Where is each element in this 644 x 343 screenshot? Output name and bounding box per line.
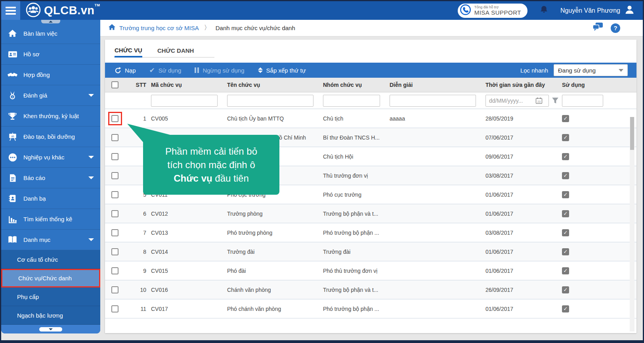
cell-nhom-chuc-vu: Bí thư Đoàn TNCS H... [319, 134, 386, 141]
row-checkbox[interactable] [111, 248, 118, 255]
sidebar-scroll-down-button[interactable] [1, 325, 100, 333]
sidebar-item-danh-ba[interactable]: Danh bạ [1, 188, 100, 209]
sidebar-subitem-co-cau-to-chuc[interactable]: Cơ cấu tổ chức [1, 250, 100, 269]
sidebar-item-bao-cao[interactable]: Báo cáo [1, 168, 100, 188]
sidebar-nav: Bàn làm việcHồ sơHợp đồng1Đánh giáKhen t… [1, 20, 100, 333]
chat-feedback-icon[interactable] [592, 22, 604, 34]
row-checkbox[interactable] [111, 134, 118, 141]
refresh-icon [115, 67, 121, 74]
row-checkbox[interactable] [111, 229, 118, 236]
sidebar-item-label: Hồ sơ [23, 51, 40, 57]
toolbar-button-label: Ngừng sử dụng [203, 67, 244, 74]
table-row[interactable]: 10CV016Chánh văn phòngTrưởng bộ phận và … [105, 280, 636, 299]
hamburger-menu-button[interactable] [1, 1, 20, 20]
sidebar-item-dao-tao-boi-duong[interactable]: abĐào tạo, bồi dưỡng [1, 126, 100, 147]
nap-button[interactable]: Nạp [115, 67, 136, 74]
su-dung-checked-checkbox[interactable]: ✓ [562, 286, 569, 293]
su-dung-checked-checkbox[interactable]: ✓ [562, 210, 569, 217]
cell-thoi-gian: 01/06/2017 [482, 192, 558, 198]
filter-dien-giai-input[interactable] [390, 95, 476, 107]
row-checkbox[interactable] [111, 305, 118, 312]
sidebar-item-nghiep-vu-khac[interactable]: Nghiệp vụ khác [1, 147, 100, 168]
filter-su-dung-input[interactable] [562, 95, 603, 107]
scrollbar-thumb[interactable] [630, 117, 634, 150]
row-checkbox[interactable] [111, 172, 118, 179]
training-board-icon: ab [7, 132, 18, 142]
sidebar-subitem-ngach-bac-luong[interactable]: Ngạch bậc lương [1, 306, 100, 325]
cell-nhom-chuc-vu: Thủ trưởng đơn vị [319, 172, 386, 179]
sidebar-item-label: Hợp đồng [23, 71, 50, 78]
ngung-su-dung-button[interactable]: Ngừng sử dụng [195, 67, 244, 74]
filter-ten-chuc-vu-input[interactable] [227, 95, 313, 107]
sidebar-scroll-up-button[interactable] [41, 20, 60, 23]
table-row[interactable]: 8CV014Trưởng đàiTrưởng đài01/06/2017✓ [105, 242, 636, 261]
su-dung-checked-checkbox[interactable]: ✓ [562, 172, 569, 179]
su-dung-checked-checkbox[interactable]: ✓ [562, 191, 569, 198]
cell-nhom-chuc-vu: Phó trưởng bộ phận ... [319, 306, 386, 312]
su-dung-checked-checkbox[interactable]: ✓ [562, 229, 569, 236]
sidebar-subitem-label: Ngạch bậc lương [17, 312, 63, 319]
filter-ma-chuc-vu-input[interactable] [151, 95, 218, 107]
sidebar-item-label: Danh mục [23, 236, 50, 243]
row-checkbox[interactable] [111, 286, 118, 293]
sap-xep-thu-tu-button[interactable]: Sắp xếp thứ tự [258, 67, 306, 74]
cell-ten-chuc-vu: Trưởng phòng [223, 211, 319, 217]
row-checkbox[interactable] [111, 153, 118, 160]
home-breadcrumb-icon[interactable] [108, 23, 116, 33]
select-all-checkbox[interactable] [111, 81, 118, 88]
su-dung-button[interactable]: ✔Sử dụng [149, 66, 182, 75]
help-icon[interactable]: ? [611, 23, 620, 33]
breadcrumb-root-link[interactable]: Trường trung học cơ sở MISA [119, 25, 199, 31]
cell-nhom-chuc-vu: Phó trưởng bộ phận ... [319, 230, 386, 236]
row-checkbox[interactable] [111, 191, 118, 198]
row-checkbox[interactable] [111, 267, 118, 274]
cell-thoi-gian: 01/06/2017 [482, 211, 558, 217]
svg-text:1: 1 [11, 95, 13, 99]
sidebar-item-label: Nghiệp vụ khác [23, 154, 64, 161]
filter-funnel-icon[interactable] [552, 97, 559, 104]
user-menu[interactable]: Nguyễn Văn Phương [560, 4, 635, 17]
improvement-callout: Phần mềm cải tiến bỏ tích chọn mặc định … [143, 135, 279, 195]
row-checkbox[interactable] [111, 210, 118, 217]
toolbar: Nạp✔Sử dụngNgừng sử dụngSắp xếp thứ tự L… [105, 63, 636, 78]
su-dung-checked-checkbox[interactable]: ✓ [562, 153, 569, 160]
quick-filter-dropdown[interactable]: Đang sử dụng [554, 64, 628, 76]
su-dung-checked-checkbox[interactable]: ✓ [562, 267, 569, 274]
misa-support-button[interactable]: Tổng đài hỗ trợ MISA SUPPORT [458, 4, 527, 18]
sidebar-item-tim-kiem-thong-ke[interactable]: Tìm kiếm thống kê [1, 209, 100, 230]
sidebar-item-khen-thuong-ky-luat[interactable]: Khen thưởng, kỷ luật [1, 106, 100, 126]
sidebar-item-danh-gia[interactable]: 1Đánh giá [1, 85, 100, 106]
cell-stt: 9 [125, 268, 147, 274]
logo-text: QLCB.vnTM [44, 4, 100, 17]
table-row[interactable]: 9CV015Phó đàiPhó thủ trưởng đơn vị01/06/… [105, 261, 636, 280]
sidebar-item-ban-lam-viec[interactable]: Bàn làm việc [1, 23, 100, 44]
su-dung-checked-checkbox[interactable]: ✓ [562, 115, 569, 122]
sidebar-subitem-chuc-vu-chuc-danh[interactable]: Chức vụ/Chức danh [1, 269, 100, 287]
breadcrumb: Trường trung học cơ sở MISA 〉 Danh mục c… [100, 20, 643, 36]
sidebar-item-hop-dong[interactable]: Hợp đồng [1, 65, 100, 85]
table-row[interactable]: 1CV005Chủ tịch Ủy ban MTTQChủ tịchaaaaa2… [105, 109, 636, 128]
sidebar-subitem-phu-cap[interactable]: Phụ cấp [1, 287, 100, 306]
tab-chuc-danh[interactable]: CHỨC DANH [157, 47, 194, 57]
su-dung-checked-checkbox[interactable]: ✓ [562, 248, 569, 255]
sidebar-item-label: Danh bạ [23, 195, 46, 202]
filter-nhom-chuc-vu-input[interactable] [323, 95, 380, 107]
trademark-label: TM [95, 3, 100, 7]
column-header-dien-giai: Diễn giải [386, 82, 482, 88]
notification-bell-icon[interactable] [539, 5, 548, 16]
vertical-scrollbar[interactable] [630, 117, 634, 332]
sidebar-item-danh-muc[interactable]: Danh mục [1, 230, 100, 250]
report-icon [7, 174, 18, 182]
cell-ten-chuc-vu: Trưởng đài [223, 249, 319, 255]
calendar-icon[interactable]: 23 [535, 97, 543, 104]
tab-chuc-vu[interactable]: CHỨC VỤ [115, 47, 142, 57]
table-row[interactable]: 6CV012Trưởng phòngTrưởng bộ phận và t...… [105, 204, 636, 223]
su-dung-checked-checkbox[interactable]: ✓ [562, 305, 569, 312]
sort-icon [258, 67, 263, 73]
row-checkbox[interactable] [111, 115, 118, 122]
sidebar-item-ho-so[interactable]: Hồ sơ [1, 44, 100, 65]
table-row[interactable]: 7CV013Phó trưởng phòngPhó trưởng bộ phận… [105, 223, 636, 242]
su-dung-checked-checkbox[interactable]: ✓ [562, 134, 569, 141]
table-row[interactable]: 11CV017Phó chánh văn phòngPhó trưởng bộ … [105, 299, 636, 318]
cell-ma-chuc-vu: CV016 [147, 287, 223, 293]
